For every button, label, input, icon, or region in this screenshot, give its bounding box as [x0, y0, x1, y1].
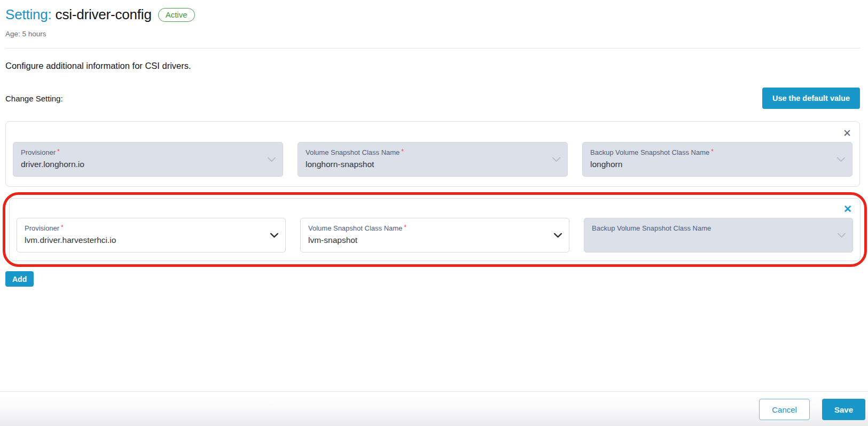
- field-label: Backup Volume Snapshot Class Name: [592, 224, 830, 233]
- chevron-down-icon: [270, 233, 278, 238]
- entry-fields: Provisioner* driver.longhorn.io Volume S…: [13, 142, 853, 177]
- footer-action-bar: Cancel Save: [0, 391, 868, 426]
- setting-description: Configure additional information for CSI…: [5, 61, 860, 71]
- entry-close-row: ✕: [17, 202, 853, 216]
- provisioner-select[interactable]: Provisioner* lvm.driver.harvesterhci.io: [17, 218, 286, 253]
- page-title: Setting: csi-driver-config: [5, 6, 152, 23]
- field-value: lvm-snapshot: [308, 235, 546, 245]
- age-label: Age: 5 hours: [5, 30, 860, 38]
- required-marker: *: [57, 148, 60, 155]
- field-label-text: Provisioner: [21, 148, 56, 156]
- chevron-down-icon: [838, 233, 846, 238]
- status-badge: Active: [158, 8, 195, 22]
- csi-driver-entry-lvm: ✕ Provisioner* lvm.driver.harvesterhci.i…: [9, 198, 861, 261]
- chevron-down-icon: [552, 157, 560, 162]
- remove-entry-icon[interactable]: ✕: [842, 204, 853, 214]
- volume-snapshot-class-select[interactable]: Volume Snapshot Class Name* lvm-snapshot: [300, 218, 569, 253]
- chevron-down-icon: [554, 233, 562, 238]
- field-label: Backup Volume Snapshot Class Name*: [590, 148, 830, 157]
- title-prefix-link[interactable]: Setting:: [5, 6, 52, 23]
- field-value: lvm.driver.harvesterhci.io: [25, 235, 263, 245]
- field-label-text: Volume Snapshot Class Name: [306, 148, 400, 156]
- field-label: Provisioner*: [25, 224, 263, 233]
- use-default-value-button[interactable]: Use the default value: [762, 88, 860, 109]
- required-marker: *: [711, 148, 714, 155]
- remove-entry-icon[interactable]: ✕: [842, 128, 853, 138]
- field-label: Volume Snapshot Class Name*: [308, 224, 546, 233]
- page-header: Setting: csi-driver-config Active: [5, 6, 860, 23]
- save-button[interactable]: Save: [822, 399, 865, 420]
- backup-volume-snapshot-class-select: Backup Volume Snapshot Class Name: [584, 218, 853, 253]
- volume-snapshot-class-select: Volume Snapshot Class Name* longhorn-sna…: [298, 142, 568, 177]
- change-setting-row: Change Setting: Use the default value: [5, 88, 860, 109]
- field-label-text: Volume Snapshot Class Name: [308, 224, 402, 232]
- backup-volume-snapshot-class-select: Backup Volume Snapshot Class Name* longh…: [582, 142, 853, 177]
- required-marker: *: [61, 224, 64, 231]
- setting-name: csi-driver-config: [56, 6, 152, 23]
- field-value: longhorn: [590, 160, 830, 169]
- settings-detail-page: Setting: csi-driver-config Active Age: 5…: [0, 6, 868, 287]
- entry-fields: Provisioner* lvm.driver.harvesterhci.io …: [17, 218, 853, 253]
- chevron-down-icon: [837, 157, 845, 162]
- change-setting-label: Change Setting:: [5, 94, 63, 103]
- field-value: driver.longhorn.io: [21, 160, 260, 169]
- field-value: longhorn-snapshot: [306, 160, 545, 169]
- highlight-annotation-ring: ✕ Provisioner* lvm.driver.harvesterhci.i…: [3, 192, 867, 267]
- field-label-text: Backup Volume Snapshot Class Name: [592, 224, 711, 232]
- header-divider: [5, 48, 860, 49]
- csi-driver-entry-longhorn: ✕ Provisioner* driver.longhorn.io Volume…: [5, 121, 860, 187]
- cancel-button[interactable]: Cancel: [759, 399, 810, 420]
- required-marker: *: [401, 148, 404, 155]
- add-entry-button[interactable]: Add: [5, 271, 34, 287]
- field-label: Volume Snapshot Class Name*: [306, 148, 545, 157]
- field-label: Provisioner*: [21, 148, 260, 157]
- required-marker: *: [404, 224, 406, 231]
- provisioner-select: Provisioner* driver.longhorn.io: [13, 142, 283, 177]
- entry-close-row: ✕: [13, 126, 853, 140]
- field-label-text: Provisioner: [25, 224, 59, 232]
- field-label-text: Backup Volume Snapshot Class Name: [590, 148, 709, 156]
- chevron-down-icon: [268, 157, 276, 162]
